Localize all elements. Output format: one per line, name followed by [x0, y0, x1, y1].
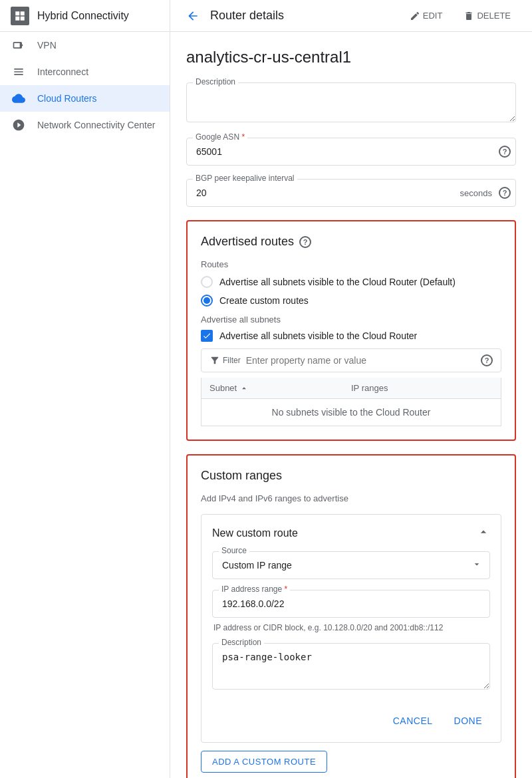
delete-button[interactable]: DELETE: [458, 7, 516, 25]
edit-button[interactable]: EDIT: [404, 7, 448, 25]
sidebar-label-interconnect: Interconnect: [37, 66, 88, 77]
bgp-keepalive-field: BGP peer keepalive interval seconds ?: [186, 179, 516, 207]
radio-custom-routes: [201, 295, 213, 307]
main-content: Router details EDIT DELETE analytics-cr-…: [170, 0, 532, 778]
checkbox-icon: [201, 330, 213, 342]
filter-help[interactable]: ?: [481, 354, 493, 366]
help-icon-bgp: ?: [499, 187, 511, 199]
ip-range-label: IP address range: [219, 584, 290, 594]
advertised-routes-section: Advertised routes ? Routes Advertise all…: [186, 220, 516, 441]
bgp-keepalive-unit: seconds: [460, 188, 492, 198]
sidebar: Hybrid Connectivity VPN Interconnect Clo…: [0, 0, 170, 778]
ip-range-hint: IP address or CIDR block, e.g. 10.128.0.…: [212, 623, 490, 632]
col-ip-ranges: IP ranges: [351, 383, 493, 393]
google-asn-field: Google ASN ?: [186, 138, 516, 166]
radio-all-subnets-label: Advertise all subnets visible to the Clo…: [219, 277, 456, 287]
sidebar-item-interconnect[interactable]: Interconnect: [0, 59, 170, 85]
cancel-route-button[interactable]: CANCEL: [385, 710, 441, 731]
custom-description-label: Description: [219, 638, 264, 647]
bgp-keepalive-help[interactable]: ?: [499, 187, 511, 199]
bgp-keepalive-wrapper: seconds ?: [186, 179, 516, 207]
checkbox-label: Advertise all subnets visible to the Clo…: [219, 330, 417, 341]
google-asn-help[interactable]: ?: [499, 146, 511, 158]
radio-custom-routes-label: Create custom routes: [219, 295, 309, 306]
sidebar-item-vpn[interactable]: VPN: [0, 32, 170, 59]
checkbox-advertise-subnets[interactable]: Advertise all subnets visible to the Clo…: [201, 330, 501, 342]
description-field: Description: [186, 82, 516, 124]
filter-label: Filter: [223, 356, 241, 365]
help-icon: ?: [499, 146, 511, 158]
source-select[interactable]: Custom IP range All subnets Primary subn…: [212, 551, 490, 579]
new-route-header: New custom route: [212, 525, 490, 541]
app-title: Hybrid Connectivity: [37, 10, 129, 22]
sidebar-label-ncc: Network Connectivity Center: [37, 120, 155, 130]
sidebar-item-cloud-routers[interactable]: Cloud Routers: [0, 85, 170, 112]
col-subnet: Subnet: [209, 383, 351, 393]
ncc-icon: [11, 117, 27, 133]
table-body: No subnets visible to the Cloud Router: [201, 399, 501, 426]
advertised-routes-help[interactable]: ?: [299, 236, 311, 248]
back-button[interactable]: [186, 9, 200, 23]
source-field: Source Custom IP range All subnets Prima…: [212, 551, 490, 579]
google-asn-input[interactable]: [186, 138, 516, 166]
new-custom-route-form: New custom route Source Custom IP range …: [201, 514, 501, 743]
radio-option-all-subnets[interactable]: Advertise all subnets visible to the Clo…: [201, 276, 501, 288]
sidebar-label-vpn: VPN: [37, 40, 57, 51]
ip-range-input[interactable]: [212, 590, 490, 618]
radio-option-custom-routes[interactable]: Create custom routes: [201, 295, 501, 307]
sidebar-item-ncc[interactable]: Network Connectivity Center: [0, 112, 170, 138]
vpn-icon: [11, 37, 27, 53]
content-area: analytics-cr-us-central1 Description Goo…: [170, 32, 532, 778]
routes-label: Routes: [201, 259, 501, 269]
new-route-actions: CANCEL DONE: [212, 705, 490, 731]
table-header: Subnet IP ranges: [201, 378, 501, 399]
filter-icon: Filter: [209, 355, 241, 366]
edit-label: EDIT: [423, 11, 443, 21]
add-custom-route-row: ADD A CUSTOM ROUTE: [201, 743, 501, 778]
page-title: Router details: [210, 9, 394, 23]
bgp-keepalive-label: BGP peer keepalive interval: [193, 174, 297, 183]
custom-description-input[interactable]: psa-range-looker: [212, 643, 490, 690]
svg-rect-2: [15, 16, 19, 20]
subnets-label: Advertise all subnets: [201, 315, 501, 324]
sidebar-label-cloud-routers: Cloud Routers: [37, 93, 97, 104]
router-name: analytics-cr-us-central1: [186, 48, 516, 66]
done-button[interactable]: DONE: [446, 710, 490, 731]
advertised-routes-title: Advertised routes ?: [201, 235, 501, 249]
filter-row: Filter ?: [201, 348, 501, 372]
cloud-router-icon: [11, 90, 27, 106]
description-label: Description: [193, 77, 238, 86]
delete-label: DELETE: [477, 11, 511, 21]
new-route-title: New custom route: [212, 527, 298, 539]
custom-description-field: Description psa-range-looker: [212, 643, 490, 692]
collapse-button[interactable]: [477, 525, 490, 541]
custom-ranges-desc: Add IPv4 and IPv6 ranges to advertise: [201, 493, 501, 503]
svg-rect-3: [21, 16, 25, 20]
google-asn-label: Google ASN: [193, 132, 247, 142]
svg-rect-1: [21, 11, 25, 15]
source-wrapper: Custom IP range All subnets Primary subn…: [212, 551, 490, 579]
no-data-message: No subnets visible to the Cloud Router: [209, 407, 493, 418]
source-label: Source: [219, 546, 249, 555]
description-input[interactable]: [186, 82, 516, 122]
filter-input[interactable]: [246, 355, 475, 366]
sidebar-header: Hybrid Connectivity: [0, 0, 170, 32]
ip-range-field: IP address range: [212, 590, 490, 618]
interconnect-icon: [11, 64, 27, 80]
add-custom-route-button[interactable]: ADD A CUSTOM ROUTE: [201, 751, 327, 773]
custom-ranges-section: Custom ranges Add IPv4 and IPv6 ranges t…: [186, 454, 516, 778]
svg-rect-0: [15, 11, 19, 15]
custom-ranges-title: Custom ranges: [201, 469, 501, 483]
page-header: Router details EDIT DELETE: [170, 0, 532, 32]
radio-all-subnets: [201, 276, 213, 288]
google-asn-wrapper: ?: [186, 138, 516, 166]
app-icon: [11, 7, 29, 25]
